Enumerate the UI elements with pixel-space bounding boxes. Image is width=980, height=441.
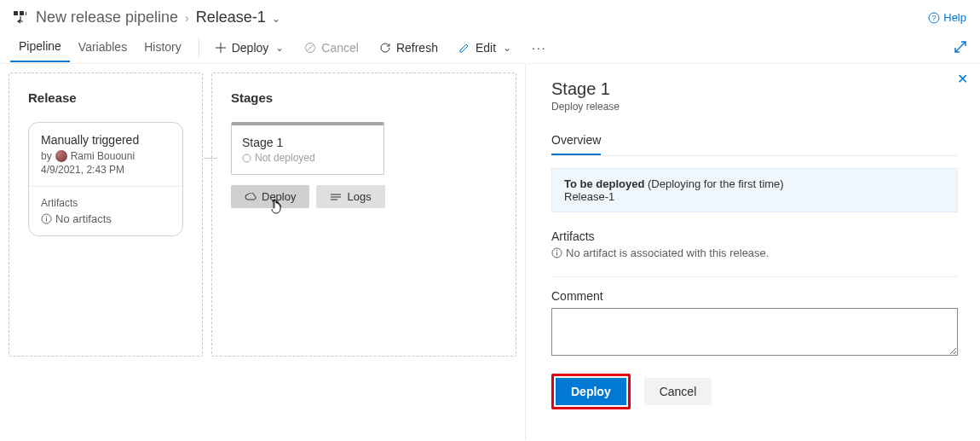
chevron-down-icon: ⌄ (272, 13, 280, 25)
chevron-down-icon: ⌄ (275, 42, 284, 54)
svg-point-13 (556, 250, 557, 251)
info-release-name: Release-1 (564, 190, 945, 203)
stage-status: Not deployed (242, 152, 373, 164)
cancel-icon (304, 42, 316, 54)
first-time-note: (Deploying for the first time) (648, 177, 784, 190)
separator (199, 38, 199, 57)
svg-rect-2 (26, 12, 26, 15)
toolbar-edit[interactable]: Edit ⌄ (452, 38, 518, 58)
release-card[interactable]: Manually triggered by Rami Bououni 4/9/2… (28, 122, 183, 236)
tab-overview[interactable]: Overview (551, 128, 601, 155)
cancel-button[interactable]: Cancel (644, 378, 712, 405)
connector (209, 154, 219, 163)
stages-panel: Stages Stage 1 Not deployed Deploy (211, 73, 516, 357)
chevron-down-icon: ⌄ (503, 42, 511, 54)
stage-name: Stage 1 (242, 136, 373, 149)
close-icon[interactable]: ✕ (957, 71, 968, 87)
separator (551, 276, 958, 277)
breadcrumb-release[interactable]: Release-1 ⌄ (196, 9, 280, 26)
info-icon (551, 247, 562, 258)
stages-heading: Stages (231, 90, 497, 105)
no-artifact-msg: No artifact is associated with this rele… (551, 247, 958, 259)
stage-card[interactable]: Stage 1 Not deployed (231, 122, 384, 175)
no-artifacts: No artifacts (41, 212, 170, 225)
svg-point-9 (46, 216, 47, 217)
deploy-info-box: To be deployed (Deploying for the first … (551, 168, 958, 212)
pipeline-icon (14, 11, 29, 25)
plus-icon (215, 42, 227, 54)
breadcrumb-pipeline[interactable]: New release pipeline (36, 9, 178, 26)
toolbar-deploy[interactable]: Deploy ⌄ (208, 38, 291, 58)
cloud-icon (245, 193, 257, 201)
info-icon (41, 213, 52, 224)
tab-variables[interactable]: Variables (70, 33, 135, 61)
highlight: Deploy (551, 374, 631, 409)
comment-input[interactable] (551, 308, 958, 356)
release-panel: Release Manually triggered by Rami Bouou… (9, 73, 203, 357)
comment-label: Comment (551, 289, 958, 303)
tab-history[interactable]: History (135, 33, 190, 61)
toolbar: Pipeline Variables History Deploy ⌄ Canc… (0, 32, 980, 64)
breadcrumb: New release pipeline › Release-1 ⌄ (14, 9, 928, 26)
avatar (55, 150, 67, 162)
fullscreen-icon[interactable] (954, 41, 966, 53)
flyout-subtitle: Deploy release (551, 101, 958, 113)
triggered-by: by Rami Bououni (41, 150, 170, 162)
deploy-flyout: ✕ Stage 1 Deploy release Overview To be … (525, 64, 980, 440)
cursor-icon (269, 200, 283, 215)
toolbar-more[interactable]: ··· (525, 38, 554, 58)
svg-rect-1 (20, 11, 24, 15)
artifacts-heading: Artifacts (551, 229, 958, 243)
help-icon: ? (928, 12, 940, 24)
artifacts-label: Artifacts (41, 197, 170, 209)
deploy-button[interactable]: Deploy (556, 378, 626, 405)
help-link[interactable]: ? Help (928, 11, 966, 24)
svg-point-10 (243, 154, 251, 162)
tab-pipeline[interactable]: Pipeline (10, 32, 70, 62)
chevron-right-icon: › (185, 11, 189, 25)
flyout-title: Stage 1 (551, 79, 958, 99)
refresh-icon (379, 42, 391, 54)
toolbar-refresh[interactable]: Refresh (372, 38, 445, 58)
release-heading: Release (28, 90, 183, 105)
svg-line-6 (308, 44, 314, 50)
stage-logs-button[interactable]: Logs (316, 185, 384, 208)
toolbar-cancel: Cancel (297, 38, 366, 58)
edit-icon (458, 42, 470, 54)
trigger-title: Manually triggered (41, 133, 170, 147)
logs-icon (330, 193, 342, 201)
svg-rect-0 (14, 11, 18, 15)
svg-text:?: ? (932, 14, 937, 22)
timestamp: 4/9/2021, 2:43 PM (41, 164, 170, 176)
to-be-deployed-label: To be deployed (564, 177, 644, 190)
